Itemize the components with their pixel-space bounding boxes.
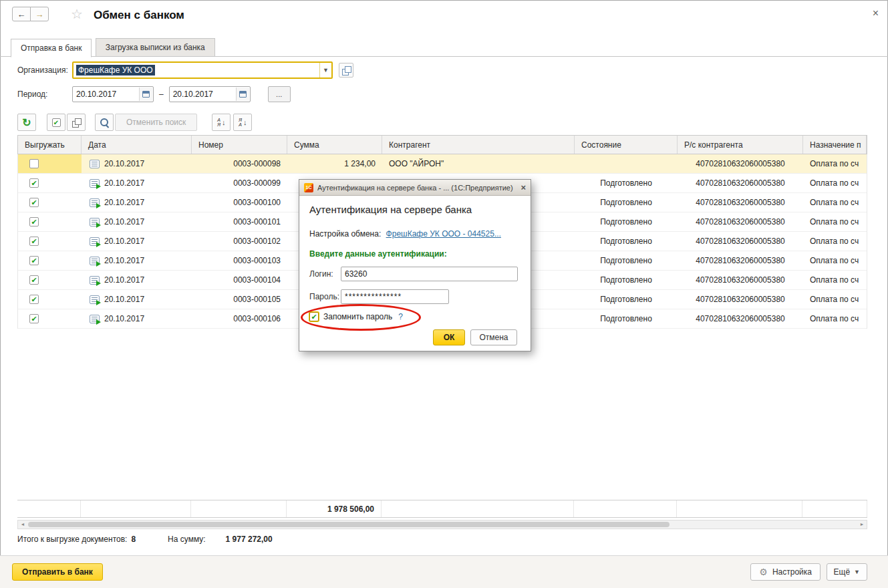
account-cell[interactable]: 40702810632060005380 <box>678 212 803 231</box>
settings-button[interactable]: ⚙ Настройка <box>750 563 821 581</box>
calendar-button-to[interactable] <box>236 88 249 101</box>
date-cell[interactable]: 20.10.2017 <box>82 290 192 309</box>
scroll-left-icon[interactable]: ◄ <box>18 521 27 529</box>
dialog-title-bar[interactable]: 1С Аутентификация на сервере банка - ...… <box>299 180 531 196</box>
remember-password-checkbox[interactable]: ✔ <box>309 312 319 321</box>
check-all-button[interactable]: ✔ <box>47 114 65 131</box>
number-cell[interactable]: 0003-000100 <box>192 193 287 212</box>
exchange-settings-link[interactable]: ФрешКафе УК ООО - 044525... <box>386 229 501 239</box>
horizontal-scrollbar[interactable]: ◄ ► <box>17 520 867 529</box>
export-cell[interactable]: ✔ <box>18 251 82 270</box>
column-header[interactable]: Дата <box>82 136 192 154</box>
status-cell[interactable]: Подготовлено <box>575 174 678 192</box>
chevron-down-icon[interactable]: ▼ <box>319 63 331 78</box>
account-cell[interactable]: 40702810632060005380 <box>678 251 803 270</box>
column-header[interactable]: Состояние <box>575 136 678 154</box>
tab-load-statement[interactable]: Загрузка выписки из банка <box>96 38 215 57</box>
purpose-cell[interactable]: Оплата по сч <box>803 212 867 231</box>
export-checkbox[interactable]: ✔ <box>29 256 39 265</box>
close-icon[interactable]: × <box>873 7 879 19</box>
column-header[interactable]: Выгружать <box>18 136 82 154</box>
purpose-cell[interactable]: Оплата по сч <box>803 290 867 309</box>
period-from-input[interactable] <box>73 90 134 99</box>
number-cell[interactable]: 0003-000101 <box>192 212 287 231</box>
forward-button[interactable]: → <box>30 7 49 21</box>
status-cell[interactable]: Подготовлено <box>575 290 678 309</box>
column-header[interactable]: Р/с контрагента <box>678 136 803 154</box>
purpose-cell[interactable]: Оплата по сч <box>803 251 867 270</box>
export-checkbox[interactable]: ✔ <box>29 295 39 304</box>
sum-cell[interactable]: 1 234,00 <box>287 154 382 173</box>
account-cell[interactable]: 40702810632060005380 <box>678 290 803 309</box>
date-cell[interactable]: 20.10.2017 <box>82 309 192 328</box>
export-checkbox[interactable] <box>29 159 39 168</box>
number-cell[interactable]: 0003-000103 <box>192 251 287 270</box>
date-cell[interactable]: 20.10.2017 <box>82 271 192 289</box>
date-cell[interactable]: 20.10.2017 <box>82 212 192 231</box>
export-cell[interactable]: ✔ <box>18 232 82 251</box>
column-header[interactable]: Номер <box>192 136 287 154</box>
export-checkbox[interactable]: ✔ <box>29 198 39 207</box>
back-button[interactable]: ← <box>12 7 31 21</box>
number-cell[interactable]: 0003-000106 <box>192 309 287 328</box>
cancel-search-button[interactable]: Отменить поиск <box>115 114 197 131</box>
login-input[interactable] <box>341 267 518 281</box>
export-checkbox[interactable]: ✔ <box>29 275 39 285</box>
column-header[interactable]: Сумма <box>287 136 382 154</box>
date-cell[interactable]: 20.10.2017 <box>82 251 192 270</box>
number-cell[interactable]: 0003-000099 <box>192 174 287 192</box>
favorite-star-icon[interactable]: ☆ <box>71 6 83 22</box>
tab-send-to-bank[interactable]: Отправка в банк <box>11 39 92 57</box>
cancel-button[interactable]: Отмена <box>470 329 517 345</box>
export-cell[interactable]: ✔ <box>18 174 82 192</box>
status-cell[interactable]: Подготовлено <box>575 309 678 328</box>
export-checkbox[interactable]: ✔ <box>29 217 39 227</box>
status-cell[interactable]: Подготовлено <box>575 212 678 231</box>
uncheck-all-button[interactable] <box>67 114 86 131</box>
refresh-button[interactable]: ↻ <box>17 114 36 131</box>
date-cell[interactable]: 20.10.2017 <box>82 193 192 212</box>
account-cell[interactable]: 40702810632060005380 <box>678 232 803 251</box>
date-cell[interactable]: 20.10.2017 <box>82 232 192 251</box>
search-button[interactable] <box>95 114 114 131</box>
calendar-button-from[interactable] <box>139 88 152 101</box>
purpose-cell[interactable]: Оплата по сч <box>803 232 867 251</box>
number-cell[interactable]: 0003-000105 <box>192 290 287 309</box>
sort-ascending-button[interactable]: АЯ ↓ <box>212 114 231 131</box>
send-to-bank-button[interactable]: Отправить в банк <box>12 563 103 581</box>
period-to-input[interactable] <box>170 90 231 99</box>
purpose-cell[interactable]: Оплата по сч <box>803 193 867 212</box>
account-cell[interactable]: 40702810632060005380 <box>678 193 803 212</box>
export-cell[interactable] <box>18 154 82 173</box>
export-checkbox[interactable]: ✔ <box>29 178 39 188</box>
account-cell[interactable]: 40702810632060005380 <box>678 271 803 289</box>
date-cell[interactable]: 20.10.2017 <box>82 154 192 173</box>
status-cell[interactable]: Подготовлено <box>575 193 678 212</box>
account-cell[interactable]: 40702810632060005380 <box>678 174 803 192</box>
account-cell[interactable]: 40702810632060005380 <box>678 309 803 328</box>
export-cell[interactable]: ✔ <box>18 290 82 309</box>
column-header[interactable]: Назначение п <box>803 136 867 154</box>
export-cell[interactable]: ✔ <box>18 271 82 289</box>
contractor-cell[interactable]: ООО "АЙРОН" <box>382 154 575 173</box>
number-cell[interactable]: 0003-000104 <box>192 271 287 289</box>
column-header[interactable]: Контрагент <box>382 136 575 154</box>
status-cell[interactable] <box>575 154 678 173</box>
status-cell[interactable]: Подготовлено <box>575 251 678 270</box>
export-cell[interactable]: ✔ <box>18 193 82 212</box>
date-cell[interactable]: 20.10.2017 <box>82 174 192 192</box>
sort-descending-button[interactable]: ЯА ↓ <box>233 114 252 131</box>
number-cell[interactable]: 0003-000102 <box>192 232 287 251</box>
export-cell[interactable]: ✔ <box>18 309 82 328</box>
period-options-button[interactable]: ... <box>268 86 291 102</box>
scrollbar-thumb[interactable] <box>28 522 670 527</box>
ok-button[interactable]: ОК <box>433 329 465 345</box>
number-cell[interactable]: 0003-000098 <box>192 154 287 173</box>
purpose-cell[interactable]: Оплата по сч <box>803 309 867 328</box>
help-link[interactable]: ? <box>398 312 403 321</box>
purpose-cell[interactable]: Оплата по сч <box>803 174 867 192</box>
dialog-close-icon[interactable]: × <box>521 182 526 192</box>
export-cell[interactable]: ✔ <box>18 212 82 231</box>
table-row[interactable]: 20.10.20170003-0000981 234,00ООО "АЙРОН"… <box>18 154 867 174</box>
password-input[interactable] <box>341 289 449 304</box>
